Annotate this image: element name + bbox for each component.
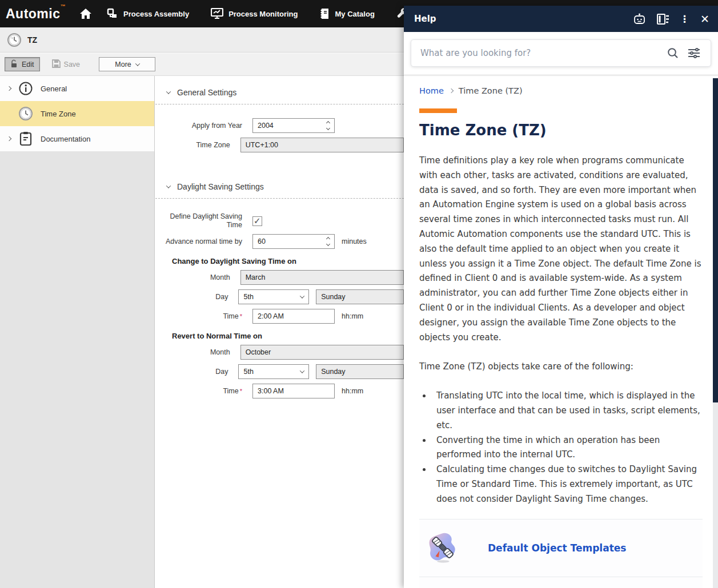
page: Automic™ Process Assembly Process Monito… — [0, 0, 718, 588]
define-dst-row: Define Daylight Saving Time — [155, 212, 404, 229]
chevron-down-icon — [300, 368, 304, 373]
revert-time-input[interactable] — [252, 384, 335, 398]
process-assembly-icon — [107, 8, 118, 19]
month-label: Month — [155, 273, 230, 282]
change-weekday-select[interactable]: Sunday — [316, 289, 404, 304]
help-bullet-list: Translating UTC into the local time, whi… — [432, 389, 703, 506]
change-month-select[interactable]: March — [240, 270, 404, 285]
change-weekday-value: Sunday — [321, 293, 345, 301]
save-button[interactable]: Save — [47, 57, 86, 71]
advance-time-stepper — [252, 234, 335, 249]
tab-process-assembly[interactable]: Process Assembly — [107, 8, 189, 19]
card-defining-time-zone-objects[interactable]: Defining Time Zone Objects — [419, 577, 703, 588]
automic-logo: Automic™ — [6, 6, 66, 22]
more-button-label: More — [115, 61, 131, 69]
apply-from-year-input[interactable] — [253, 122, 322, 130]
edit-button[interactable]: Edit — [5, 57, 40, 71]
revert-weekday-select[interactable]: Sunday — [316, 364, 404, 379]
help-search-box — [411, 39, 711, 67]
collapse-chevron-icon — [166, 89, 171, 94]
expand-chevron-icon[interactable] — [7, 87, 17, 90]
trademark-mark: ™ — [61, 3, 66, 9]
change-time-input[interactable] — [252, 309, 335, 324]
time-label: Time* — [155, 312, 242, 321]
kebab-menu-icon[interactable]: ⋮ — [680, 16, 689, 22]
daylight-saving-section-header[interactable]: Daylight Saving Settings — [167, 182, 404, 191]
object-title: TZ — [27, 35, 37, 45]
card-link-label[interactable]: Default Object Templates — [488, 542, 626, 554]
help-search-input[interactable] — [420, 48, 658, 58]
change-to-dst-heading: Change to Daylight Saving Time on — [172, 257, 404, 265]
advance-time-row: Advance normal time by minutes — [155, 234, 404, 249]
sidebar-item-label: Time Zone — [41, 110, 76, 118]
card-default-object-templates[interactable]: Default Object Templates — [419, 519, 703, 577]
required-marker: * — [240, 313, 242, 320]
help-divider — [404, 75, 718, 75]
stepper-arrows[interactable] — [322, 122, 334, 130]
time-label: Time* — [155, 387, 242, 396]
advance-time-input[interactable] — [253, 237, 322, 245]
search-icon[interactable] — [667, 47, 679, 59]
document-icon — [18, 131, 34, 147]
sidebar-item-label: General — [41, 84, 67, 93]
required-marker: * — [240, 388, 242, 394]
more-button[interactable]: More — [99, 57, 155, 71]
define-dst-checkbox[interactable] — [252, 216, 262, 226]
breadcrumb-current: Time Zone (TZ) — [459, 86, 523, 95]
help-panel-header: Help ⋮ ✕ — [404, 6, 718, 32]
tab-label: My Catalog — [335, 10, 375, 18]
day-label: Day — [155, 368, 228, 376]
tab-process-monitoring[interactable]: Process Monitoring — [211, 8, 298, 19]
help-panel-title: Help — [414, 14, 633, 24]
tab-label: Process Assembly — [123, 10, 189, 18]
sidebar-item-time-zone[interactable]: Time Zone — [0, 101, 154, 126]
open-in-panel-icon[interactable] — [657, 14, 669, 25]
tab-label: Process Monitoring — [228, 10, 298, 18]
tab-my-catalog[interactable]: My Catalog — [320, 8, 375, 19]
help-scrollbar-thumb[interactable] — [713, 78, 718, 402]
assistant-bot-icon[interactable] — [633, 13, 646, 25]
bullet-item: Calculating time changes due to switches… — [432, 462, 703, 506]
time-zone-label: Time Zone — [155, 141, 230, 150]
revert-day-row: Day 5th Sunday — [155, 364, 404, 379]
month-label: Month — [155, 348, 230, 357]
sidebar-item-general[interactable]: General — [0, 76, 154, 101]
revert-month-value: October — [246, 348, 271, 356]
sidebar-item-label: Documentation — [41, 135, 90, 143]
help-search-area — [404, 32, 718, 75]
home-button[interactable] — [79, 8, 92, 19]
change-day-select[interactable]: 5th — [238, 289, 309, 304]
sidebar-item-documentation[interactable]: Documentation — [0, 126, 154, 151]
help-article: Home Time Zone (TZ) Time Zone (TZ) Time … — [404, 86, 718, 588]
general-settings-section-header[interactable]: General Settings — [167, 88, 404, 97]
close-icon[interactable]: ✕ — [700, 13, 709, 25]
stepper-arrows[interactable] — [322, 237, 334, 245]
revert-month-row: Month October — [155, 345, 404, 360]
revert-month-select[interactable]: October — [240, 345, 404, 360]
time-format-hint: hh:mm — [342, 387, 363, 395]
revert-day-select[interactable]: 5th — [238, 364, 309, 379]
form-content: General Settings Apply from Year Time Zo… — [155, 76, 404, 588]
chevron-down-icon — [300, 293, 304, 298]
save-icon — [52, 59, 61, 70]
home-icon — [79, 8, 92, 19]
unlock-icon — [10, 59, 18, 70]
timezone-object-icon — [7, 33, 22, 47]
expand-chevron-icon[interactable] — [7, 137, 17, 140]
change-month-row: Month March — [155, 270, 404, 285]
time-zone-row: Time Zone UTC+1:00 — [155, 138, 404, 152]
collapse-chevron-icon — [166, 183, 171, 188]
breadcrumb-chevron-icon — [449, 88, 454, 93]
breadcrumb-home-link[interactable]: Home — [419, 86, 444, 95]
filter-sliders-icon[interactable] — [688, 47, 700, 59]
process-monitoring-icon — [211, 8, 223, 19]
revert-time-row: Time* hh:mm — [155, 384, 404, 398]
change-month-value: March — [246, 273, 266, 281]
bullet-item: Translating UTC into the local time, whi… — [432, 389, 703, 433]
day-label: Day — [155, 293, 228, 301]
info-icon — [18, 80, 34, 96]
related-topic-cards: Default Object Templates Defining Time Z… — [419, 519, 703, 588]
change-day-row: Day 5th Sunday — [155, 289, 404, 304]
advance-time-unit: minutes — [342, 237, 367, 245]
time-zone-field[interactable]: UTC+1:00 — [240, 138, 404, 152]
